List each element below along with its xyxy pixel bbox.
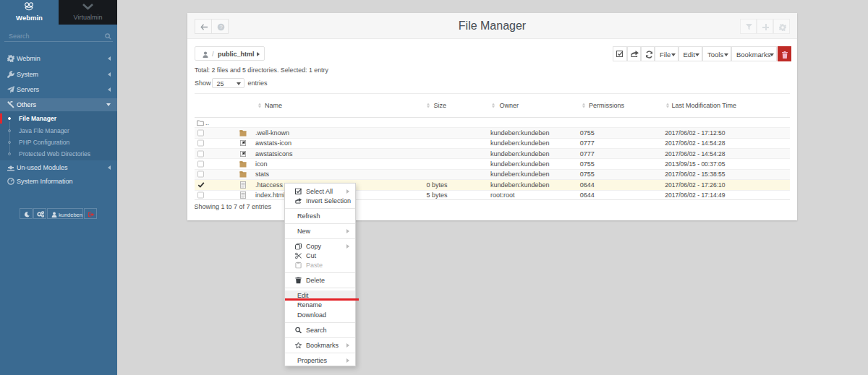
svg-text:?: ? <box>219 24 222 30</box>
